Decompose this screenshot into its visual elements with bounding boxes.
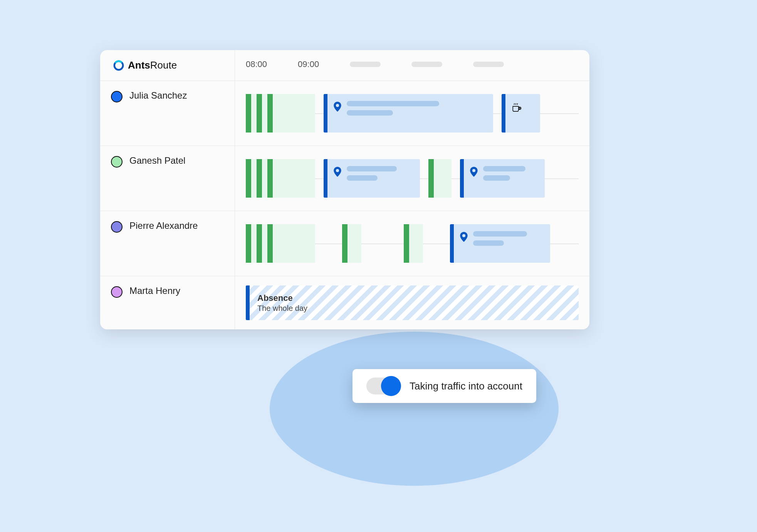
app-name: AntsRoute xyxy=(128,59,177,71)
driver-row: Julia Sanchez xyxy=(100,81,589,146)
driver-cell[interactable]: Ganesh Patel xyxy=(100,146,235,211)
task-segment[interactable] xyxy=(246,159,315,198)
location-pin-icon xyxy=(460,232,468,242)
task-card[interactable] xyxy=(324,159,420,198)
task-card[interactable] xyxy=(460,159,545,198)
time-skeleton xyxy=(350,62,381,67)
task-segment[interactable] xyxy=(428,159,452,198)
absence-block[interactable]: Absence The whole day xyxy=(246,285,579,320)
driver-color-dot xyxy=(111,286,123,298)
task-segment[interactable] xyxy=(404,224,423,263)
task-segment[interactable] xyxy=(342,224,361,263)
driver-lane xyxy=(235,211,589,276)
traffic-toggle[interactable] xyxy=(366,378,400,394)
task-segment[interactable] xyxy=(246,224,315,263)
driver-color-dot xyxy=(111,91,123,102)
driver-color-dot xyxy=(111,221,123,233)
location-pin-icon xyxy=(470,167,478,177)
driver-lane: Absence The whole day xyxy=(235,276,589,329)
header-row: AntsRoute 08:00 09:00 xyxy=(100,50,589,81)
driver-name: Julia Sanchez xyxy=(129,90,187,101)
antsroute-logo-icon xyxy=(113,60,124,71)
coffee-cup-icon xyxy=(512,103,522,113)
driver-cell[interactable]: Julia Sanchez xyxy=(100,81,235,146)
time-skeleton xyxy=(411,62,442,67)
time-label: 09:00 xyxy=(298,59,319,69)
driver-color-dot xyxy=(111,156,123,168)
task-segment[interactable] xyxy=(246,94,315,133)
task-card[interactable] xyxy=(324,94,493,133)
driver-name: Pierre Alexandre xyxy=(129,220,198,231)
driver-name: Ganesh Patel xyxy=(129,155,185,166)
driver-cell[interactable]: Marta Henry xyxy=(100,276,235,329)
location-pin-icon xyxy=(334,167,341,177)
logo-cell: AntsRoute xyxy=(100,50,235,81)
task-card[interactable] xyxy=(450,224,550,263)
schedule-panel: AntsRoute 08:00 09:00 Julia Sanchez xyxy=(100,50,589,329)
driver-row: Marta Henry Absence The whole day xyxy=(100,276,589,329)
driver-lane xyxy=(235,81,589,146)
driver-cell[interactable]: Pierre Alexandre xyxy=(100,211,235,276)
break-card[interactable] xyxy=(502,94,540,133)
toggle-knob xyxy=(381,376,401,396)
traffic-toggle-card: Taking traffic into account xyxy=(352,369,536,403)
driver-name: Marta Henry xyxy=(129,285,180,296)
background-blob xyxy=(270,332,559,486)
absence-title: Absence xyxy=(257,293,307,303)
driver-row: Pierre Alexandre xyxy=(100,211,589,276)
time-label: 08:00 xyxy=(246,59,267,69)
driver-lane xyxy=(235,146,589,211)
absence-subtitle: The whole day xyxy=(257,304,307,313)
traffic-toggle-label: Taking traffic into account xyxy=(410,380,522,392)
time-skeleton xyxy=(473,62,504,67)
location-pin-icon xyxy=(334,102,341,112)
time-header-cell: 08:00 09:00 xyxy=(235,50,589,81)
app-logo: AntsRoute xyxy=(111,59,177,71)
driver-row: Ganesh Patel xyxy=(100,146,589,211)
